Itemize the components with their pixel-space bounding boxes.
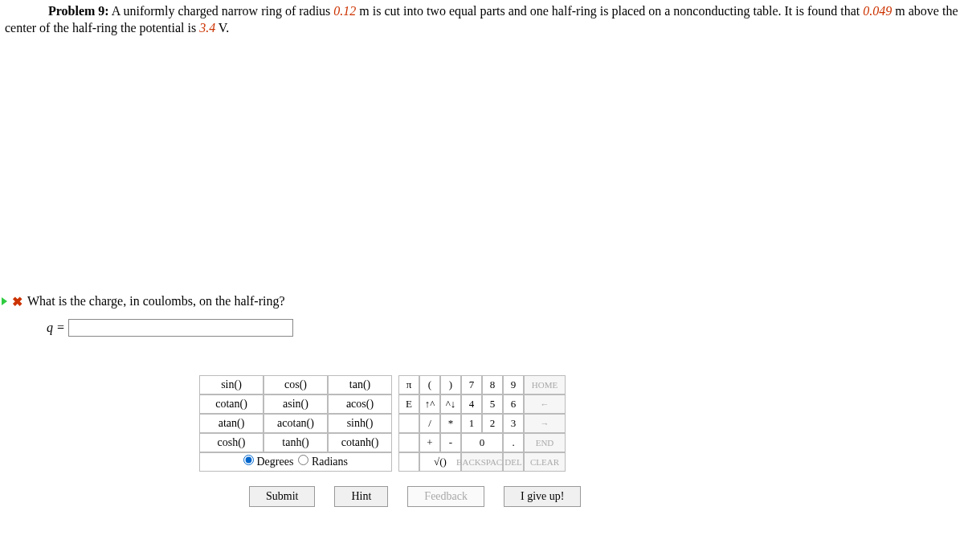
key-backspace[interactable]: BACKSPACE [461,452,503,472]
key-9[interactable]: 9 [503,375,524,394]
key-end[interactable]: END [524,433,566,452]
key-6[interactable]: 6 [503,394,524,414]
key-4[interactable]: 4 [461,394,482,414]
hint-button[interactable]: Hint [334,486,388,507]
key-3[interactable]: 3 [503,414,524,433]
problem-statement: Problem 9: A uniformly charged narrow ri… [0,0,964,37]
key-5[interactable]: 5 [482,394,503,414]
key-asin[interactable]: asin() [263,394,328,414]
key-7[interactable]: 7 [461,375,482,394]
key-0[interactable]: 0 [461,433,503,452]
question-row: ✖ What is the charge, in coulombs, on th… [0,294,964,309]
mode-degrees-label[interactable]: Degrees [243,455,293,468]
value-height: 0.049 [863,4,892,18]
submit-button[interactable]: Submit [249,486,315,507]
key-sinh[interactable]: sinh() [328,414,392,433]
key-del[interactable]: DEL [503,452,524,472]
key-cotanh[interactable]: cotanh() [328,433,392,452]
key-e[interactable]: E [398,394,419,414]
action-buttons-row: Submit Hint Feedback I give up! [249,486,964,507]
function-keypad: sin() cos() tan() cotan() asin() acos() … [199,375,392,472]
key-slash[interactable]: / [419,414,440,433]
key-cursor-down[interactable]: ^↓ [440,394,461,414]
key-2[interactable]: 2 [482,414,503,433]
key-minus[interactable]: - [440,433,461,452]
key-cursor-up[interactable]: ↑^ [419,394,440,414]
answer-row: q = [0,319,964,337]
numeric-keypad: π ( ) 7 8 9 HOME E ↑^ ^↓ 4 5 6 ← / * 1 2… [398,375,566,472]
answer-input[interactable] [68,319,293,337]
key-1[interactable]: 1 [461,414,482,433]
incorrect-icon: ✖ [12,294,22,309]
key-blank3 [398,452,419,472]
key-cotan[interactable]: cotan() [199,394,263,414]
mode-radians-radio[interactable] [298,455,308,465]
giveup-button[interactable]: I give up! [504,486,581,507]
mode-degrees-text: Degrees [257,456,294,468]
mode-degrees-radio[interactable] [243,455,254,465]
key-dot[interactable]: . [503,433,524,452]
angle-mode-row: Degrees Radians [199,452,392,472]
key-blank2 [398,433,419,452]
problem-text-4: V. [215,21,229,35]
answer-prefix: q = [47,321,65,335]
value-potential: 3.4 [199,21,215,35]
key-sqrt[interactable]: √() [419,452,461,472]
key-home[interactable]: HOME [524,375,566,394]
key-sin[interactable]: sin() [199,375,263,394]
key-acotan[interactable]: acotan() [263,414,328,433]
feedback-button[interactable]: Feedback [407,486,484,507]
key-right[interactable]: → [524,414,566,433]
question-text: What is the charge, in coulombs, on the … [27,294,285,309]
problem-text-1: A uniformly charged narrow ring of radiu… [112,4,334,18]
key-left[interactable]: ← [524,394,566,414]
key-tan[interactable]: tan() [328,375,392,394]
calculator-panel: sin() cos() tan() cotan() asin() acos() … [199,375,964,472]
key-tanh[interactable]: tanh() [263,433,328,452]
problem-label: Problem 9: [48,4,109,18]
key-clear[interactable]: CLEAR [524,452,566,472]
mode-radians-label[interactable]: Radians [298,455,348,468]
key-star[interactable]: * [440,414,461,433]
key-lparen[interactable]: ( [419,375,440,394]
value-radius: 0.12 [333,4,356,18]
key-plus[interactable]: + [419,433,440,452]
key-8[interactable]: 8 [482,375,503,394]
key-rparen[interactable]: ) [440,375,461,394]
key-cosh[interactable]: cosh() [199,433,263,452]
problem-text-2: m is cut into two equal parts and one ha… [356,4,863,18]
key-cos[interactable]: cos() [263,375,328,394]
key-blank1 [398,414,419,433]
mode-radians-text: Radians [312,456,348,468]
key-atan[interactable]: atan() [199,414,263,433]
expand-icon[interactable] [2,297,7,305]
key-pi[interactable]: π [398,375,419,394]
key-acos[interactable]: acos() [328,394,392,414]
